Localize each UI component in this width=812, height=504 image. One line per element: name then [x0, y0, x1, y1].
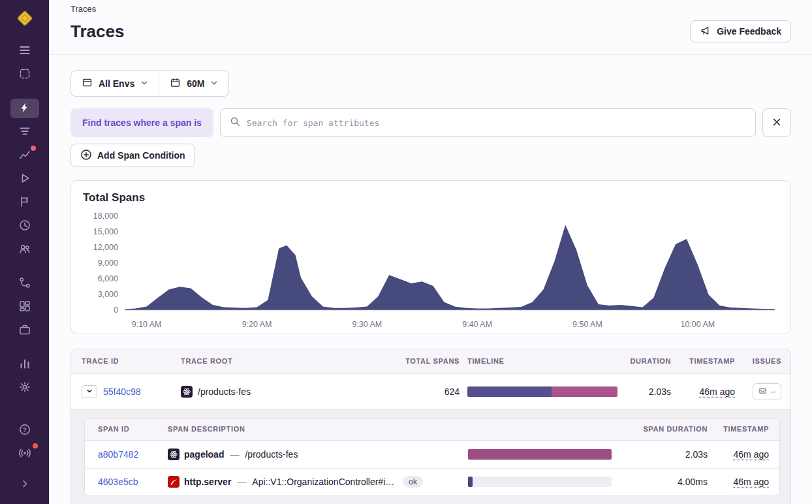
environment-filter[interactable]: All Envs — [71, 71, 159, 96]
user-feedback-people-icon — [18, 242, 31, 257]
span-timestamp[interactable]: 46m ago — [734, 477, 769, 487]
trace-id-link[interactable]: 55f40c98 — [103, 386, 141, 397]
sidebar-item-stats[interactable] — [10, 354, 39, 374]
search-input[interactable] — [247, 118, 746, 128]
col-trace-id: Trace ID — [82, 357, 173, 365]
sidebar-item-projects[interactable] — [10, 65, 39, 84]
chevron-down-icon — [86, 386, 93, 396]
react-project-icon — [168, 449, 180, 460]
issue-box-icon — [758, 386, 767, 397]
total-spans-value: 624 — [352, 386, 460, 397]
svg-text:0: 0 — [114, 306, 118, 315]
svg-text:?: ? — [23, 426, 27, 433]
span-duration-bar — [468, 449, 612, 460]
react-project-icon — [181, 386, 193, 398]
expanded-trace-panel: Span ID Span Description Span Duration T… — [71, 409, 790, 504]
svg-text:9:50 AM: 9:50 AM — [572, 320, 602, 329]
sentry-logo[interactable] — [16, 9, 34, 27]
span-timestamp[interactable]: 46m ago — [734, 449, 769, 460]
sidebar-item-settings[interactable] — [10, 378, 39, 398]
span-id-link[interactable]: 4603e5cb — [98, 477, 160, 487]
launch-pipeline-icon — [18, 276, 31, 291]
trace-duration: 2.03s — [625, 386, 671, 397]
traces-lightning-icon — [18, 101, 31, 116]
trace-root-label[interactable]: /products-fes — [198, 386, 251, 397]
calendar-icon — [170, 77, 181, 90]
collapse-sidebar-button[interactable] — [10, 475, 39, 494]
content: All Envs 60M Find traces where a span is… — [49, 55, 812, 504]
span-desc-text: Api::V1::OrganizationController#i… — [252, 477, 394, 487]
sidebar-item-user-feedback[interactable] — [10, 240, 39, 259]
chevron-right-icon — [18, 477, 31, 492]
spans-table: Span ID Span Description Span Duration T… — [84, 418, 780, 496]
col-span-description: Span Description — [168, 425, 460, 433]
close-icon — [772, 117, 782, 129]
sidebar-item-logs[interactable] — [10, 122, 39, 142]
span-duration-bar — [468, 477, 612, 487]
svg-text:10:00 AM: 10:00 AM — [680, 320, 715, 329]
sidebar-item-insights[interactable] — [10, 146, 39, 165]
page-title: Traces — [70, 22, 124, 42]
time-range-label: 60M — [187, 78, 204, 89]
stats-bars-icon — [18, 357, 31, 372]
svg-text:6,000: 6,000 — [98, 274, 118, 283]
help-button[interactable]: ? — [10, 420, 39, 440]
dashboards-grid-icon — [18, 300, 31, 315]
whats-new-button[interactable] — [10, 444, 39, 464]
span-row: a80b7482 pageload — /products-fes 2.03s — [85, 441, 779, 468]
total-spans-chart: 03,0006,0009,00012,00015,00018,0009:10 A… — [83, 207, 779, 332]
svg-text:9:20 AM: 9:20 AM — [242, 320, 272, 329]
span-description-cell: http.server — Api::V1::OrganizationContr… — [168, 476, 460, 488]
megaphone-icon — [700, 25, 711, 39]
svg-text:15,000: 15,000 — [93, 227, 118, 236]
span-duration: 4.00ms — [619, 477, 708, 487]
separator: — — [236, 477, 247, 487]
col-total-spans: Total Spans — [352, 357, 460, 365]
clear-search-button[interactable] — [762, 108, 791, 137]
trace-issues-button[interactable]: – — [753, 383, 781, 400]
sidebar-item-dashboards[interactable] — [10, 297, 39, 317]
trace-root-cell: /products-fes — [181, 386, 344, 398]
trace-timeline-bar — [467, 386, 617, 397]
svg-text:18,000: 18,000 — [93, 212, 118, 221]
span-condition-chip: Find traces where a span is — [70, 108, 213, 137]
span-id-link[interactable]: a80b7482 — [98, 449, 160, 460]
svg-text:9:30 AM: 9:30 AM — [352, 320, 382, 329]
give-feedback-label: Give Feedback — [717, 26, 781, 37]
breadcrumb[interactable]: Traces — [70, 4, 791, 14]
search-icon — [230, 116, 240, 129]
give-feedback-button[interactable]: Give Feedback — [690, 20, 791, 42]
trace-timestamp[interactable]: 46m ago — [700, 386, 735, 397]
svg-text:9:40 AM: 9:40 AM — [462, 320, 492, 329]
sidebar-item-releases[interactable] — [10, 321, 39, 340]
span-op: pageload — [184, 449, 224, 460]
plus-circle-icon — [80, 149, 92, 163]
sidebar-nav — [0, 39, 49, 400]
span-op: http.server — [184, 477, 231, 487]
col-timestamp: Timestamp — [679, 357, 735, 365]
settings-gear-icon — [18, 381, 31, 396]
sidebar: ? — [0, 0, 49, 504]
trace-row: 55f40c98 /products-fes 624 2.03s 46m ago… — [71, 374, 790, 409]
help-icon: ? — [18, 423, 31, 438]
sidebar-item-launch[interactable] — [10, 274, 39, 293]
add-span-condition-button[interactable]: Add Span Condition — [70, 144, 195, 167]
collapse-trace-button[interactable] — [82, 385, 97, 398]
chevron-down-icon — [140, 78, 148, 89]
col-issues: Issues — [743, 357, 781, 365]
sidebar-item-replays[interactable] — [10, 169, 39, 189]
chart-title: Total Spans — [83, 191, 779, 204]
sidebar-item-issues[interactable] — [10, 41, 39, 61]
filter-group: All Envs 60M — [70, 71, 229, 97]
search-row: Find traces where a span is — [70, 108, 791, 137]
span-duration: 2.03s — [619, 449, 708, 460]
issues-count: – — [771, 386, 775, 396]
separator: — — [228, 449, 240, 460]
traces-table: Trace ID Trace Root Total Spans Timeline… — [70, 349, 791, 504]
sidebar-item-crons[interactable] — [10, 216, 39, 236]
sidebar-item-profiling[interactable] — [10, 193, 39, 212]
whats-new-notification-dot — [33, 443, 38, 449]
sidebar-item-traces[interactable] — [10, 99, 39, 118]
time-range-filter[interactable]: 60M — [159, 71, 228, 96]
span-status-badge: ok — [403, 476, 423, 488]
